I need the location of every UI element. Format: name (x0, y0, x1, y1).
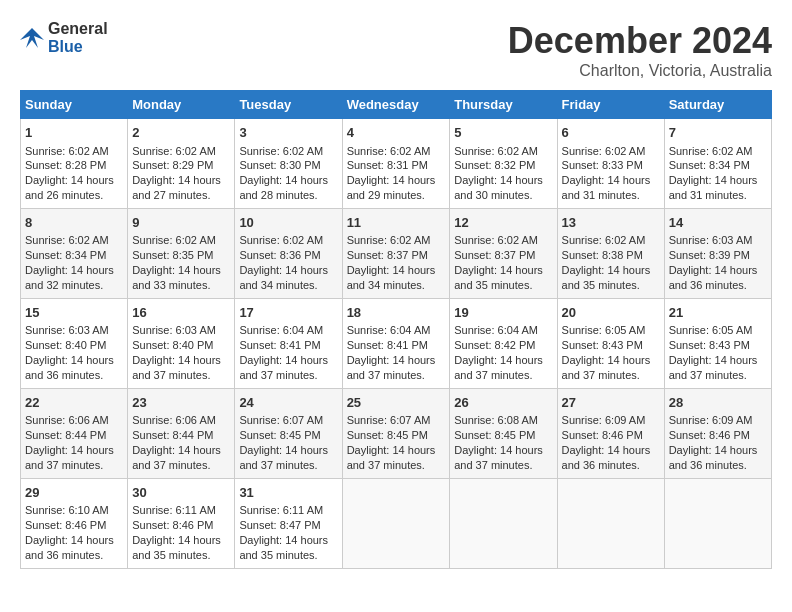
calendar-cell (664, 478, 771, 568)
sunset-text: Sunset: 8:41 PM (239, 339, 320, 351)
day-number: 25 (347, 394, 446, 412)
calendar-cell (342, 478, 450, 568)
calendar-cell: 10Sunrise: 6:02 AMSunset: 8:36 PMDayligh… (235, 208, 342, 298)
calendar-week-2: 8Sunrise: 6:02 AMSunset: 8:34 PMDaylight… (21, 208, 772, 298)
day-number: 29 (25, 484, 123, 502)
sunrise-text: Sunrise: 6:07 AM (239, 414, 323, 426)
calendar-cell: 23Sunrise: 6:06 AMSunset: 8:44 PMDayligh… (128, 388, 235, 478)
daylight-text: Daylight: 14 hours and 37 minutes. (239, 444, 328, 471)
daylight-text: Daylight: 14 hours and 29 minutes. (347, 174, 436, 201)
sunset-text: Sunset: 8:45 PM (239, 429, 320, 441)
daylight-text: Daylight: 14 hours and 31 minutes. (669, 174, 758, 201)
sunrise-text: Sunrise: 6:11 AM (132, 504, 216, 516)
sunset-text: Sunset: 8:43 PM (562, 339, 643, 351)
sunset-text: Sunset: 8:42 PM (454, 339, 535, 351)
sunset-text: Sunset: 8:31 PM (347, 159, 428, 171)
day-number: 31 (239, 484, 337, 502)
daylight-text: Daylight: 14 hours and 35 minutes. (562, 264, 651, 291)
sunrise-text: Sunrise: 6:02 AM (562, 145, 646, 157)
daylight-text: Daylight: 14 hours and 35 minutes. (454, 264, 543, 291)
sunset-text: Sunset: 8:39 PM (669, 249, 750, 261)
day-number: 21 (669, 304, 767, 322)
location-title: Charlton, Victoria, Australia (508, 62, 772, 80)
calendar-cell: 28Sunrise: 6:09 AMSunset: 8:46 PMDayligh… (664, 388, 771, 478)
daylight-text: Daylight: 14 hours and 37 minutes. (239, 354, 328, 381)
sunset-text: Sunset: 8:30 PM (239, 159, 320, 171)
daylight-text: Daylight: 14 hours and 36 minutes. (669, 444, 758, 471)
daylight-text: Daylight: 14 hours and 30 minutes. (454, 174, 543, 201)
day-number: 10 (239, 214, 337, 232)
day-number: 8 (25, 214, 123, 232)
calendar-cell: 6Sunrise: 6:02 AMSunset: 8:33 PMDaylight… (557, 119, 664, 209)
calendar-cell: 5Sunrise: 6:02 AMSunset: 8:32 PMDaylight… (450, 119, 557, 209)
day-number: 1 (25, 124, 123, 142)
sunset-text: Sunset: 8:29 PM (132, 159, 213, 171)
sunrise-text: Sunrise: 6:02 AM (669, 145, 753, 157)
calendar-cell: 8Sunrise: 6:02 AMSunset: 8:34 PMDaylight… (21, 208, 128, 298)
sunrise-text: Sunrise: 6:04 AM (239, 324, 323, 336)
daylight-text: Daylight: 14 hours and 37 minutes. (132, 354, 221, 381)
calendar-week-4: 22Sunrise: 6:06 AMSunset: 8:44 PMDayligh… (21, 388, 772, 478)
day-number: 5 (454, 124, 552, 142)
daylight-text: Daylight: 14 hours and 34 minutes. (239, 264, 328, 291)
calendar-cell: 26Sunrise: 6:08 AMSunset: 8:45 PMDayligh… (450, 388, 557, 478)
logo-wrapper: General Blue (20, 20, 108, 56)
day-number: 6 (562, 124, 660, 142)
daylight-text: Daylight: 14 hours and 36 minutes. (669, 264, 758, 291)
sunset-text: Sunset: 8:33 PM (562, 159, 643, 171)
sunrise-text: Sunrise: 6:05 AM (669, 324, 753, 336)
calendar-cell: 3Sunrise: 6:02 AMSunset: 8:30 PMDaylight… (235, 119, 342, 209)
calendar-cell: 12Sunrise: 6:02 AMSunset: 8:37 PMDayligh… (450, 208, 557, 298)
calendar-week-3: 15Sunrise: 6:03 AMSunset: 8:40 PMDayligh… (21, 298, 772, 388)
daylight-text: Daylight: 14 hours and 36 minutes. (25, 534, 114, 561)
sunrise-text: Sunrise: 6:04 AM (347, 324, 431, 336)
daylight-text: Daylight: 14 hours and 27 minutes. (132, 174, 221, 201)
daylight-text: Daylight: 14 hours and 37 minutes. (132, 444, 221, 471)
calendar-cell: 25Sunrise: 6:07 AMSunset: 8:45 PMDayligh… (342, 388, 450, 478)
sunset-text: Sunset: 8:41 PM (347, 339, 428, 351)
calendar-cell: 20Sunrise: 6:05 AMSunset: 8:43 PMDayligh… (557, 298, 664, 388)
sunset-text: Sunset: 8:34 PM (669, 159, 750, 171)
header-sunday: Sunday (21, 91, 128, 119)
calendar-table: SundayMondayTuesdayWednesdayThursdayFrid… (20, 90, 772, 569)
day-number: 4 (347, 124, 446, 142)
daylight-text: Daylight: 14 hours and 34 minutes. (347, 264, 436, 291)
daylight-text: Daylight: 14 hours and 26 minutes. (25, 174, 114, 201)
day-number: 3 (239, 124, 337, 142)
day-number: 9 (132, 214, 230, 232)
sunrise-text: Sunrise: 6:10 AM (25, 504, 109, 516)
day-number: 20 (562, 304, 660, 322)
daylight-text: Daylight: 14 hours and 37 minutes. (25, 444, 114, 471)
day-number: 30 (132, 484, 230, 502)
sunrise-text: Sunrise: 6:04 AM (454, 324, 538, 336)
logo: General Blue (20, 20, 108, 56)
daylight-text: Daylight: 14 hours and 37 minutes. (562, 354, 651, 381)
day-number: 28 (669, 394, 767, 412)
daylight-text: Daylight: 14 hours and 28 minutes. (239, 174, 328, 201)
daylight-text: Daylight: 14 hours and 37 minutes. (454, 444, 543, 471)
calendar-cell: 15Sunrise: 6:03 AMSunset: 8:40 PMDayligh… (21, 298, 128, 388)
calendar-cell: 4Sunrise: 6:02 AMSunset: 8:31 PMDaylight… (342, 119, 450, 209)
header-thursday: Thursday (450, 91, 557, 119)
sunrise-text: Sunrise: 6:07 AM (347, 414, 431, 426)
header-saturday: Saturday (664, 91, 771, 119)
sunset-text: Sunset: 8:46 PM (669, 429, 750, 441)
month-title: December 2024 (508, 20, 772, 62)
calendar-cell: 31Sunrise: 6:11 AMSunset: 8:47 PMDayligh… (235, 478, 342, 568)
logo-line2: Blue (48, 38, 108, 56)
calendar-cell (557, 478, 664, 568)
calendar-cell: 7Sunrise: 6:02 AMSunset: 8:34 PMDaylight… (664, 119, 771, 209)
calendar-cell: 11Sunrise: 6:02 AMSunset: 8:37 PMDayligh… (342, 208, 450, 298)
day-number: 24 (239, 394, 337, 412)
sunrise-text: Sunrise: 6:02 AM (347, 145, 431, 157)
sunrise-text: Sunrise: 6:11 AM (239, 504, 323, 516)
logo-line1: General (48, 20, 108, 38)
sunset-text: Sunset: 8:43 PM (669, 339, 750, 351)
logo-bird-icon (20, 26, 44, 50)
day-number: 11 (347, 214, 446, 232)
sunrise-text: Sunrise: 6:02 AM (454, 234, 538, 246)
sunset-text: Sunset: 8:46 PM (132, 519, 213, 531)
calendar-cell: 24Sunrise: 6:07 AMSunset: 8:45 PMDayligh… (235, 388, 342, 478)
day-number: 19 (454, 304, 552, 322)
sunrise-text: Sunrise: 6:02 AM (25, 145, 109, 157)
